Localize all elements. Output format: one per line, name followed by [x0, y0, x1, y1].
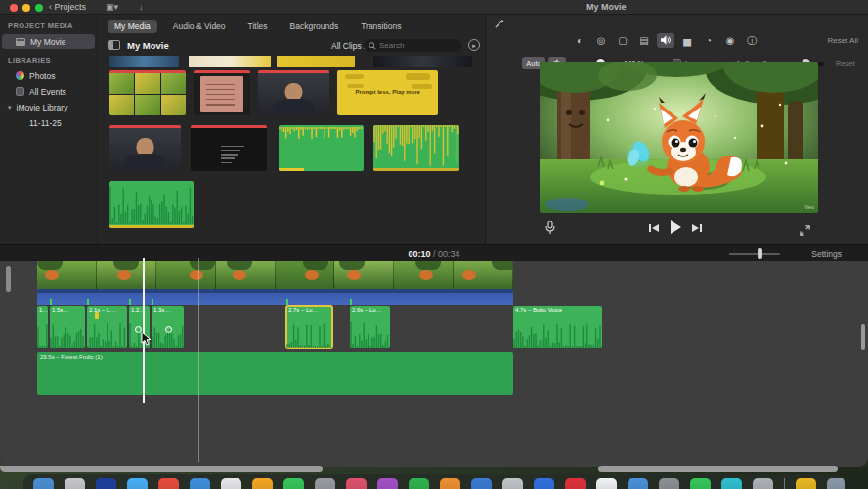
timeline-left-trim-handle[interactable] [6, 266, 11, 292]
color-balance-icon[interactable]: ◐ [571, 33, 588, 48]
media-thumbnail-person[interactable] [258, 70, 329, 115]
skip-back-button[interactable] [649, 224, 659, 232]
clip-filter-icon[interactable]: ◉ [721, 33, 739, 48]
dock-app-icon[interactable] [409, 478, 429, 489]
audio-clip-label: 2.1s – L… [89, 307, 115, 313]
dock-app-icon[interactable] [96, 478, 116, 489]
audio-clip[interactable]: 1… [37, 306, 48, 348]
timeline-zoom-knob[interactable] [758, 248, 762, 259]
dock-app-icon[interactable] [315, 478, 335, 489]
search-input[interactable]: Search [364, 39, 461, 52]
timecode-bar: 00:10 / 00:34 Settings [0, 244, 868, 261]
reset-all-button[interactable]: Reset All [827, 36, 858, 45]
timeline-settings-button[interactable]: Settings [811, 249, 842, 259]
noise-reduction-icon[interactable]: ▅ [678, 33, 696, 48]
video-track[interactable] [37, 261, 513, 289]
audio-clip[interactable]: 1.5s… [50, 306, 85, 348]
timeline-zoom-slider[interactable] [729, 253, 780, 255]
speed-icon[interactable]: ◔ [700, 33, 717, 48]
dock-app-icon[interactable] [158, 478, 179, 489]
video-audio-waveform-bar[interactable] [37, 289, 513, 305]
dock-app-icon[interactable] [440, 478, 460, 489]
imovie-window: ‹ Projects ▣▾ ↓ My Movie PROJECT MEDIAMy… [0, 0, 868, 467]
dock-app-icon[interactable] [221, 478, 241, 489]
timeline-hscrollbar-left[interactable] [0, 466, 323, 472]
dock-app-icon[interactable] [534, 478, 554, 489]
media-thumbnail-cut[interactable] [109, 56, 179, 67]
macos-dock[interactable] [23, 474, 845, 489]
audio-clip[interactable]: 2.6s – Lu… [350, 306, 390, 348]
dock-app-icon[interactable] [346, 478, 367, 489]
playhead[interactable] [143, 258, 145, 403]
audio-clip[interactable]: 2.1s – L… [87, 306, 127, 348]
media-thumbnail-cut[interactable] [189, 56, 271, 67]
dock-app-icon[interactable] [252, 478, 273, 489]
media-thumbnail-spikes[interactable] [373, 125, 459, 171]
enhance-wand-icon[interactable] [490, 19, 507, 33]
media-thumbnail-cut[interactable] [277, 56, 355, 67]
media-thumbnail-person[interactable] [109, 125, 181, 171]
dock-app-icon[interactable] [796, 478, 816, 489]
dock-app-icon[interactable] [628, 478, 648, 489]
dock-app-icon[interactable] [690, 478, 711, 489]
timeline-vertical-scrollbar[interactable] [861, 324, 865, 350]
tab-backgrounds[interactable]: Backgrounds [283, 20, 346, 33]
volume-icon[interactable] [657, 33, 674, 48]
browser-playback-icon[interactable]: ▸ [468, 39, 480, 51]
sidebar-toggle-icon[interactable] [108, 40, 120, 50]
dock-app-icon[interactable] [65, 478, 85, 489]
dock-app-icon[interactable] [471, 478, 492, 489]
audio-clip-label: 2.6s – Lu… [352, 307, 382, 313]
dock-app-icon[interactable] [127, 478, 148, 489]
fox-video-frame [540, 62, 818, 213]
audio-clip[interactable]: 4.7s – Bobo Voice [513, 306, 602, 348]
media-thumbnail-terminal[interactable] [191, 125, 267, 171]
audio-clip-label: 1… [39, 307, 48, 313]
beat-tick [87, 299, 89, 305]
dock-app-icon[interactable] [565, 478, 586, 489]
fade-handle-right[interactable] [165, 326, 172, 333]
tab-titles[interactable]: Titles [241, 20, 275, 33]
dock-app-icon[interactable] [502, 478, 523, 489]
preview-viewer[interactable]: Veo [540, 62, 818, 213]
media-thumbnail-doc[interactable] [194, 70, 250, 115]
crop-icon[interactable]: ▢ [614, 33, 631, 48]
promo-text: Prompt less, Play more [356, 89, 420, 95]
media-thumbnail-cut[interactable] [373, 56, 472, 67]
browser-title: My Movie [127, 40, 169, 51]
color-correction-icon[interactable]: ◎ [592, 33, 610, 48]
media-thumbnail-wavetop[interactable] [279, 125, 364, 171]
media-thumbnail-promo[interactable]: Prompt less, Play more [337, 70, 438, 115]
background-music-clip[interactable]: 29.5s – Forest Frolic (1) [37, 352, 513, 395]
play-button[interactable] [671, 220, 681, 234]
record-voiceover-mic-icon[interactable] [545, 221, 555, 239]
fullscreen-icon[interactable] [800, 222, 810, 240]
info-icon[interactable]: ⓘ [743, 33, 760, 48]
dock-app-icon[interactable] [377, 478, 398, 489]
dock-app-icon[interactable] [190, 478, 210, 489]
tab-audio-video[interactable]: Audio & Video [166, 20, 233, 33]
dock-app-icon[interactable] [721, 478, 742, 489]
dock-app-icon[interactable] [753, 478, 773, 489]
browser-header: My Movie All Clips ▴▾ Search ▸ [99, 36, 486, 56]
media-thumbnail-waveform[interactable] [109, 181, 194, 228]
dock-app-icon[interactable] [33, 478, 54, 489]
media-thumbnail-collage[interactable] [109, 70, 186, 115]
audio-clip-selected[interactable]: 2.7s – Lu… [286, 306, 332, 348]
timeline-hscrollbar-right[interactable] [598, 466, 838, 472]
window-title: My Movie [586, 2, 627, 12]
stabilization-icon[interactable]: ▤ [635, 33, 653, 48]
dock-app-icon[interactable] [596, 478, 617, 489]
skip-forward-button[interactable] [692, 224, 702, 232]
dock-app-icon[interactable] [827, 478, 845, 489]
tab-my-media[interactable]: My Media [108, 20, 157, 33]
dock-app-icon[interactable] [659, 478, 679, 489]
clip-duration-bar [109, 70, 186, 73]
dock-app-icon[interactable] [283, 478, 304, 489]
dock-divider [784, 478, 785, 489]
video-frame [276, 261, 335, 289]
video-frame [156, 261, 216, 289]
tab-transitions[interactable]: Transitions [354, 20, 408, 33]
video-frame [394, 261, 454, 289]
reset-button[interactable]: Reset [836, 59, 855, 67]
